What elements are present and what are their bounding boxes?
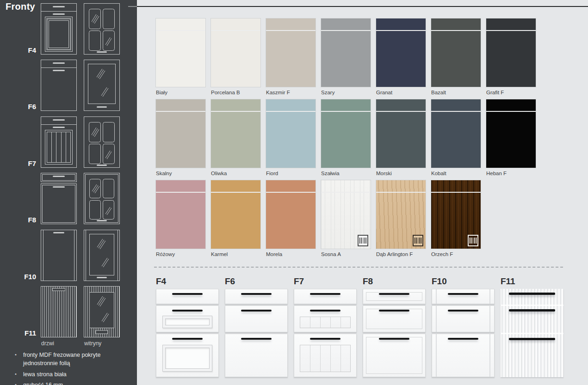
swatch-granat: Granat [376, 18, 426, 95]
swatch-sample [376, 99, 426, 168]
handle [310, 338, 340, 340]
swatch-różowy: Różowy [156, 180, 205, 257]
front-f4-glass-drawing [84, 3, 120, 55]
swatch-sample [211, 18, 260, 87]
handle [379, 310, 409, 312]
handle [448, 310, 478, 312]
front-f6-photo [225, 289, 288, 377]
swatch-kaszmir-f: Kaszmir F [266, 18, 316, 95]
swatch-sample [376, 180, 426, 249]
swatch-sample [431, 180, 481, 249]
swatch-sample [211, 180, 260, 249]
swatch-karmel: Karmel [211, 180, 260, 257]
swatch-biały: Biały [156, 18, 205, 95]
front-row-label: F8 [0, 216, 36, 224]
swatch-sample [266, 18, 316, 87]
swatch-sample [156, 99, 205, 168]
swatch-label: Bazalt [431, 90, 481, 95]
swatch-fiord: Fiord [266, 99, 316, 176]
swatch-label: Karmel [211, 251, 260, 257]
handle [241, 310, 272, 312]
swatch-sample [486, 18, 536, 87]
front-f7-door-drawing [41, 116, 77, 168]
swatch-szary: Szary [321, 18, 371, 95]
front-style-label: F11 [501, 276, 563, 289]
swatch-label: Szałwia [321, 171, 371, 176]
front-row-f6: F6 [0, 60, 137, 111]
swatch-label: Orzech F [431, 251, 481, 257]
swatch-szałwia: Szałwia [321, 99, 371, 176]
color-swatch-grid: BiałyPorcelana BKaszmir FSzaryGranatBaza… [156, 18, 536, 257]
front-f6-door-drawing [41, 60, 77, 111]
swatch-label: Dąb Arlington F [376, 251, 426, 257]
front-row-label: F7 [0, 159, 36, 167]
swatch-skalny: Skalny [156, 99, 205, 176]
grain-direction-icon [468, 235, 478, 246]
front-row-label: F10 [0, 273, 36, 281]
swatch-sample [321, 18, 371, 87]
grain-direction-icon [413, 235, 423, 246]
swatch-sample [266, 99, 316, 168]
note-item: fronty MDF frezowane pokryte jednostronn… [14, 351, 130, 368]
swatch-sample [266, 180, 316, 249]
front-f6-glass-drawing [84, 60, 120, 111]
swatch-sample [156, 18, 205, 87]
front-row-label: F4 [0, 46, 36, 54]
top-rule [137, 6, 588, 7]
swatch-orzech-f: Orzech F [431, 180, 481, 257]
handle [310, 293, 340, 295]
handle [448, 293, 478, 295]
swatch-porcelana-b: Porcelana B [211, 18, 260, 95]
front-styles-row: F4 F6 F7 [156, 276, 563, 377]
sidebar: Fronty F4 [0, 0, 137, 385]
swatch-label: Grafit F [486, 90, 536, 95]
front-row-label: F11 [0, 329, 36, 337]
front-f10-photo [432, 289, 495, 377]
front-f8-door-drawing [41, 173, 77, 224]
swatch-heban-f: Heban F [486, 99, 536, 176]
note-item: grubość 16 mm [14, 381, 130, 385]
swatch-label: Morela [266, 251, 316, 257]
front-f8-glass-drawing [84, 173, 120, 224]
front-f10-glass-drawing [84, 230, 120, 281]
swatch-label: Sosna A [321, 251, 371, 257]
dashed-divider [154, 267, 563, 268]
handle [379, 293, 409, 295]
handle [379, 338, 409, 340]
front-row-f11: F11 [0, 286, 137, 338]
front-style-f11: F11 [501, 276, 563, 377]
swatch-label: Morski [376, 171, 426, 176]
swatch-sample [431, 99, 481, 168]
swatch-label: Szary [321, 90, 371, 95]
front-style-label: F10 [432, 276, 495, 289]
swatch-oliwka: Oliwka [211, 99, 260, 176]
front-style-label: F7 [294, 276, 357, 289]
front-f4-photo [156, 289, 219, 377]
front-f10-door-drawing [41, 230, 77, 281]
front-style-f7: F7 [294, 276, 357, 377]
swatch-label: Oliwka [211, 171, 260, 176]
note-item: lewa strona biała [14, 371, 130, 379]
handle [509, 293, 555, 295]
swatch-label: Kobalt [431, 171, 481, 176]
front-f4-door-drawing [41, 3, 77, 55]
handle [241, 293, 272, 295]
front-row-f10: F10 [0, 230, 137, 281]
front-style-f10: F10 [432, 276, 495, 377]
swatch-sample [321, 180, 371, 249]
front-style-label: F4 [156, 276, 219, 289]
handle [448, 338, 478, 340]
swatch-label: Kaszmir F [266, 90, 316, 95]
product-notes: fronty MDF frezowane pokryte jednostronn… [14, 351, 130, 385]
swatch-sample [431, 18, 481, 87]
swatch-dąb-arlington-f: Dąb Arlington F [376, 180, 426, 257]
front-style-f8: F8 [363, 276, 426, 377]
grain-direction-icon [358, 235, 368, 246]
swatch-sample [486, 99, 536, 168]
front-row-f7: F7 [0, 116, 137, 168]
swatch-label: Fiord [266, 171, 316, 176]
doors-column-label: drzwi [41, 340, 54, 347]
glass-column-label: witryny [84, 340, 101, 347]
front-style-f6: F6 [225, 276, 288, 377]
front-style-f4: F4 [156, 276, 219, 377]
